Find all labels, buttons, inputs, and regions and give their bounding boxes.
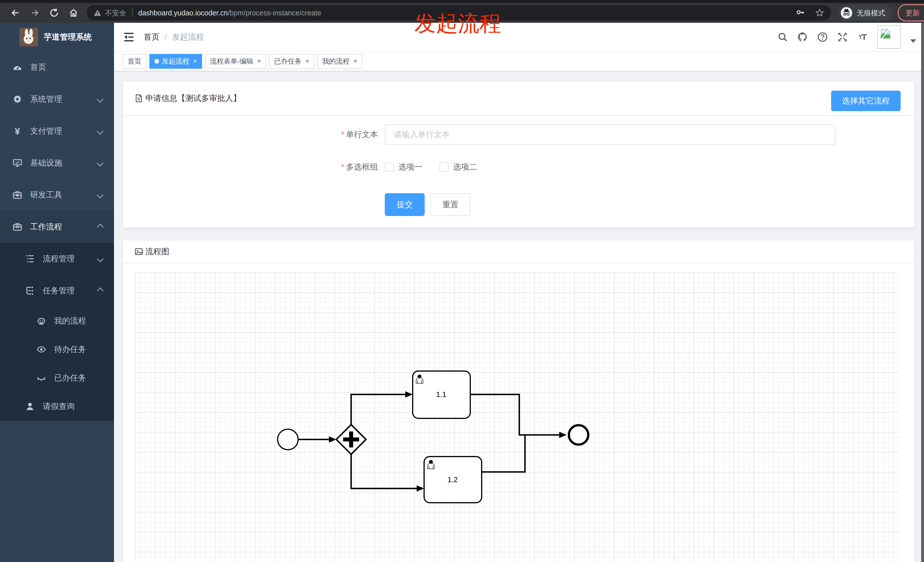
start-event[interactable] <box>278 429 298 450</box>
eye-open-icon <box>36 345 46 354</box>
bpmn-canvas[interactable]: 1.1 1.2 <box>135 273 899 562</box>
update-label[interactable]: 更新 <box>906 8 920 18</box>
tag-home[interactable]: 首页 <box>123 54 147 69</box>
sidebar-item-home[interactable]: 首页 <box>0 51 114 83</box>
avatar-caret-icon[interactable] <box>910 39 916 43</box>
security-warning-icon[interactable] <box>93 9 102 17</box>
robot-icon <box>36 316 46 326</box>
dashboard-icon <box>12 62 22 72</box>
help-icon[interactable] <box>818 32 828 42</box>
required-asterisk: * <box>341 162 344 171</box>
sidebar-item-my-processes[interactable]: 我的流程 <box>0 307 114 335</box>
field-label-checkbox-group: *多选框组 <box>123 157 378 177</box>
address-divider <box>132 9 132 17</box>
required-asterisk: * <box>341 130 344 139</box>
close-icon[interactable]: × <box>193 58 197 65</box>
close-icon[interactable]: × <box>354 58 357 65</box>
incognito-badge: 无痕模式 <box>838 5 892 21</box>
url-domain[interactable]: dashboard.yudao.iocoder.cn <box>138 9 228 17</box>
checkbox-label: 选项一 <box>399 162 422 172</box>
sidebar-item-todo-tasks[interactable]: 待办任务 <box>0 335 114 364</box>
avatar[interactable] <box>877 25 901 49</box>
fullscreen-icon[interactable] <box>837 32 848 42</box>
sidebar-item-label: 任务管理 <box>43 285 75 296</box>
sidebar-item-infrastructure[interactable]: 基础设施 <box>0 147 114 179</box>
sidebar-item-leave-query[interactable]: 请假查询 <box>0 392 114 421</box>
github-icon[interactable] <box>798 32 808 42</box>
end-event[interactable] <box>569 425 588 445</box>
checkbox-icon[interactable] <box>440 162 448 172</box>
sidebar-item-workflow[interactable]: 工作流程 <box>0 211 114 243</box>
window-top-edge <box>0 0 924 3</box>
checkbox-option-2[interactable]: 选项二 <box>440 157 477 177</box>
app-logo-row[interactable]: 芋道管理系统 <box>0 23 114 51</box>
checkbox-icon[interactable] <box>385 162 394 172</box>
edge-task11-end <box>470 394 559 435</box>
submit-button[interactable]: 提交 <box>385 193 424 216</box>
search-icon[interactable] <box>777 32 788 42</box>
sidebar-item-system[interactable]: 系统管理 <box>0 83 114 115</box>
arrowhead <box>417 486 424 492</box>
chevron-down-icon <box>97 192 104 198</box>
font-size-icon[interactable]: TT <box>857 32 868 42</box>
key-icon[interactable] <box>796 8 805 17</box>
edge-gateway-task12 <box>351 454 417 489</box>
tag-label: 发起流程 <box>162 57 189 66</box>
incognito-icon <box>840 6 853 19</box>
breadcrumb-home[interactable]: 首页 <box>144 31 160 42</box>
sidebar-item-process-management[interactable]: 流程管理 <box>0 243 114 275</box>
header-actions: TT <box>777 25 924 49</box>
reload-icon[interactable] <box>45 5 64 21</box>
sidebar-item-label: 首页 <box>30 62 46 73</box>
tags-view-bar: 首页 发起流程 × 流程表单-编辑 × 已办任务 × 我的流程 × <box>114 51 924 71</box>
task-label: 1.1 <box>436 390 446 399</box>
update-button[interactable]: 更新 <box>898 4 924 21</box>
broken-image-icon <box>880 28 891 39</box>
field-label-single-line: *单行文本 <box>123 124 378 145</box>
reset-button[interactable]: 重置 <box>430 193 470 216</box>
window-scrollbar-edge[interactable] <box>921 23 924 562</box>
flow-diagram-card: 流程图 <box>123 240 915 562</box>
workflow-submenu: 流程管理 任务管理 我的流程 待办任务 <box>0 243 114 421</box>
close-icon[interactable]: × <box>306 58 309 65</box>
close-icon[interactable]: × <box>257 58 261 65</box>
page: 不安全 dashboard.yudao.iocoder.cn/bpm/proce… <box>0 0 924 562</box>
sidebar-item-label: 系统管理 <box>30 94 62 105</box>
arrowhead <box>329 436 336 443</box>
home-icon[interactable] <box>64 5 83 21</box>
sidebar-fold-icon[interactable] <box>114 23 144 51</box>
card-header: 申请信息【测试多审批人】 <box>123 81 914 116</box>
sidebar-item-done-tasks[interactable]: 已办任务 <box>0 364 114 392</box>
sidebar-item-label: 工作流程 <box>30 222 62 232</box>
breadcrumb-separator: / <box>165 33 167 42</box>
document-icon <box>135 94 143 103</box>
app-logo <box>20 28 38 46</box>
chevron-up-icon <box>97 223 104 230</box>
chevron-down-icon <box>97 255 104 262</box>
sidebar-item-payment[interactable]: ¥ 支付管理 <box>0 115 114 147</box>
checkbox-option-1[interactable]: 选项一 <box>385 157 422 177</box>
card-title: 申请信息【测试多审批人】 <box>146 93 241 104</box>
active-dot <box>154 59 159 64</box>
select-other-process-button[interactable]: 选择其它流程 <box>831 91 901 111</box>
back-icon[interactable] <box>6 5 25 21</box>
application-info-card: 申请信息【测试多审批人】 选择其它流程 *单行文本 *多选框组 选项一 选项二 … <box>123 81 915 228</box>
sidebar: 芋道管理系统 首页 系统管理 ¥ 支付管理 基础设施 <box>0 23 114 562</box>
single-line-text-input[interactable] <box>385 124 836 145</box>
edge-task12-end <box>482 435 525 472</box>
tag-my-processes[interactable]: 我的流程 × <box>317 54 363 69</box>
sidebar-item-dev-tools[interactable]: 研发工具 <box>0 179 114 211</box>
url-path[interactable]: /bpm/process-instance/create <box>228 9 321 17</box>
sidebar-item-label: 支付管理 <box>30 126 62 136</box>
chevron-down-icon <box>97 160 104 166</box>
breadcrumb-current: 发起流程 <box>172 31 204 42</box>
breadcrumb: 首页 / 发起流程 <box>144 31 204 42</box>
tag-form-edit[interactable]: 流程表单-编辑 × <box>205 54 266 69</box>
security-label[interactable]: 不安全 <box>105 8 126 18</box>
sidebar-item-task-management[interactable]: 任务管理 <box>0 275 114 307</box>
tag-start-process[interactable]: 发起流程 × <box>149 54 202 69</box>
bookmark-star-icon[interactable] <box>815 8 824 17</box>
forward-icon[interactable] <box>25 5 45 21</box>
tag-done-tasks[interactable]: 已办任务 × <box>269 54 314 69</box>
image-icon <box>135 247 143 256</box>
